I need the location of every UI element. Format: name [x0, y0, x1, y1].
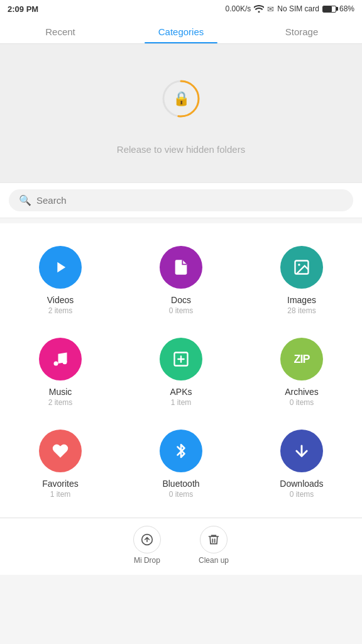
docs-icon: [160, 246, 202, 289]
category-apks[interactable]: APKs 1 item: [121, 328, 241, 419]
bluetooth-label: Bluetooth: [162, 479, 199, 489]
svg-point-6: [63, 360, 67, 364]
apks-icon: [160, 338, 202, 380]
midrop-icon: [133, 526, 161, 553]
music-count: 2 items: [48, 398, 73, 407]
tab-bar: Recent Categories Storage: [0, 18, 362, 44]
category-archives[interactable]: ZIP Archives 0 items: [241, 328, 362, 419]
search-input[interactable]: [36, 195, 343, 206]
search-box[interactable]: 🔍: [9, 189, 353, 211]
tab-storage[interactable]: Storage: [241, 18, 362, 43]
category-images[interactable]: Images 28 items: [241, 236, 362, 328]
battery-indicator: [322, 6, 336, 13]
wifi-icon: [254, 5, 264, 13]
message-icon: ✉: [267, 4, 274, 14]
bottom-nav-cleanup[interactable]: Clean up: [199, 526, 229, 565]
images-icon: [280, 246, 323, 289]
archives-icon: ZIP: [280, 338, 323, 380]
videos-count: 2 items: [48, 306, 73, 315]
categories-section: Videos 2 items Docs 0 items: [0, 223, 362, 518]
category-downloads[interactable]: Downloads 0 items: [241, 419, 362, 511]
tab-recent[interactable]: Recent: [0, 18, 121, 43]
apks-count: 1 item: [171, 398, 192, 407]
bluetooth-count: 0 items: [169, 490, 194, 499]
categories-grid: Videos 2 items Docs 0 items: [0, 236, 362, 511]
cleanup-icon: [200, 526, 228, 553]
category-docs[interactable]: Docs 0 items: [121, 236, 241, 328]
favorites-label: Favorites: [42, 479, 79, 489]
videos-label: Videos: [47, 295, 74, 305]
downloads-count: 0 items: [290, 490, 314, 499]
images-count: 28 items: [287, 306, 315, 315]
category-videos[interactable]: Videos 2 items: [0, 236, 121, 328]
bottom-nav: Mi Drop Clean up: [0, 518, 362, 575]
apks-label: APKs: [170, 387, 192, 397]
hidden-folders-section: 🔒 Release to view hidden folders: [0, 44, 362, 182]
category-music[interactable]: Music 2 items: [0, 328, 121, 419]
status-time: 2:09 PM: [8, 4, 38, 14]
category-bluetooth[interactable]: Bluetooth 0 items: [121, 419, 241, 511]
images-label: Images: [287, 295, 316, 305]
favorites-icon: [39, 430, 82, 472]
sim-status: No SIM card: [277, 4, 319, 13]
search-container: 🔍: [0, 182, 362, 218]
svg-point-4: [298, 264, 300, 266]
archives-count: 0 items: [290, 398, 314, 407]
docs-count: 0 items: [169, 306, 194, 315]
videos-icon: [39, 246, 82, 289]
bottom-nav-midrop[interactable]: Mi Drop: [133, 526, 161, 565]
status-bar: 2:09 PM 0.00K/s ✉ No SIM card 68%: [0, 0, 362, 18]
docs-label: Docs: [171, 295, 191, 305]
music-icon: [39, 338, 82, 380]
lock-icon: 🔒: [173, 91, 190, 107]
search-icon: 🔍: [19, 194, 31, 206]
downloads-label: Downloads: [280, 479, 323, 489]
midrop-label: Mi Drop: [134, 556, 160, 565]
battery-percent: 68%: [339, 4, 354, 13]
category-favorites[interactable]: Favorites 1 item: [0, 419, 121, 511]
music-label: Music: [49, 387, 72, 397]
archives-label: Archives: [285, 387, 319, 397]
tab-categories[interactable]: Categories: [121, 18, 241, 43]
cleanup-label: Clean up: [199, 556, 229, 565]
svg-point-5: [54, 362, 58, 366]
hidden-folders-text: Release to view hidden folders: [117, 144, 245, 155]
network-speed: 0.00K/s: [226, 4, 251, 13]
downloads-icon: [280, 430, 323, 472]
svg-marker-2: [57, 262, 65, 272]
status-right: 0.00K/s ✉ No SIM card 68%: [226, 4, 354, 14]
lock-circle: 🔒: [161, 79, 201, 119]
bluetooth-icon: [160, 430, 202, 472]
favorites-count: 1 item: [50, 490, 71, 499]
